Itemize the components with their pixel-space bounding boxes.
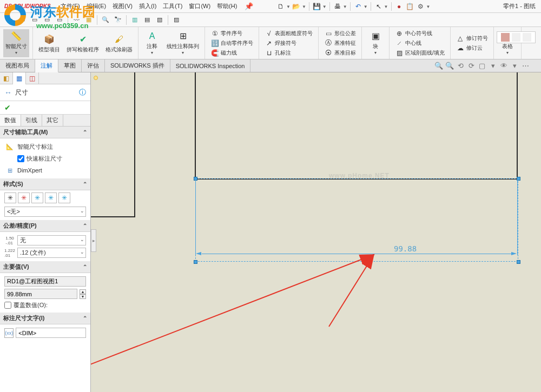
smart-dimension-button[interactable]: 📏 智能尺寸▾: [3, 29, 29, 57]
panel-tab-feature-icon[interactable]: ◧: [0, 72, 13, 84]
section-style[interactable]: 样式(S)⌃: [0, 178, 90, 190]
tolerance-type-dropdown[interactable]: 无⌄: [17, 235, 86, 245]
model-items-button[interactable]: 📦 模型项目: [36, 32, 62, 54]
select-icon[interactable]: ↖: [374, 2, 384, 11]
sheet3-icon[interactable]: ▧: [154, 15, 165, 25]
hole-callout-button[interactable]: ⊔孔标注: [262, 48, 315, 57]
chevron-up-icon[interactable]: ⌃: [83, 315, 87, 321]
menu-file[interactable]: 文件(F): [57, 1, 83, 12]
dim-text-field[interactable]: [16, 328, 86, 338]
zoom-fit-icon[interactable]: 🔍: [434, 61, 444, 70]
primary-name-field[interactable]: [4, 276, 86, 287]
rapid-dim-label[interactable]: 快速标注尺寸: [27, 155, 62, 163]
more-icon[interactable]: ⋯: [520, 61, 530, 70]
tab-solidworks-addins[interactable]: SOLIDWORKS 插件: [105, 59, 170, 72]
sheet2-icon[interactable]: ▤: [142, 15, 153, 25]
save-dropdown[interactable]: ▼: [322, 4, 327, 9]
sub-tab-value[interactable]: 数值: [0, 115, 21, 126]
section-dim-assist[interactable]: 尺寸辅助工具(M)⌃: [0, 127, 90, 138]
revision-cloud-button[interactable]: ☁修订云: [454, 43, 490, 52]
help-icon[interactable]: ⓘ: [79, 88, 86, 97]
new-icon[interactable]: 🗋: [276, 2, 286, 11]
grid-icon[interactable]: ▦: [83, 15, 94, 25]
tool3-icon[interactable]: ▭: [29, 15, 40, 25]
style-btn-4[interactable]: ✳: [45, 192, 57, 203]
style-btn-3[interactable]: ✳: [31, 192, 43, 203]
spell-check-button[interactable]: ✔ 拼写检验程序: [64, 32, 101, 54]
datum-feature-button[interactable]: Ⓐ基准特征: [322, 38, 358, 48]
linear-note-pattern-button[interactable]: ⊞ 线性注释阵列▾: [164, 29, 201, 57]
chevron-up-icon[interactable]: ⌃: [83, 181, 87, 187]
orient-btn-3[interactable]: [523, 33, 531, 42]
menu-help[interactable]: 帮助(H): [214, 1, 240, 12]
magnetic-line-button[interactable]: 🧲磁力线: [208, 48, 255, 57]
tab-annotation[interactable]: 注解: [35, 59, 58, 72]
center-mark-button[interactable]: ⊕中心符号线: [393, 29, 447, 38]
menu-view[interactable]: 视图(V): [109, 1, 136, 12]
undo-icon[interactable]: ↶: [353, 2, 363, 11]
sheet1-icon[interactable]: ▥: [129, 15, 140, 25]
sel-handle-bl[interactable]: [194, 260, 197, 264]
tab-solidworks-inspection[interactable]: SOLIDWORKS Inspection: [170, 59, 251, 72]
block-button[interactable]: ▣ 块▾: [365, 29, 386, 57]
note-button[interactable]: A 注释▾: [142, 29, 162, 57]
smart-dim-callout-label[interactable]: 智能尺寸标注: [17, 143, 53, 151]
rapid-dim-checkbox[interactable]: [17, 155, 24, 162]
style-btn-1[interactable]: ✳: [4, 192, 16, 203]
centerline-button[interactable]: ⟋中心线: [393, 38, 447, 48]
surface-finish-button[interactable]: √表面粗糙度符号: [262, 29, 315, 38]
orient-btn-1[interactable]: [501, 33, 510, 42]
precision-dropdown[interactable]: .12 (文件)⌄: [17, 248, 86, 258]
new-dropdown[interactable]: ▼: [286, 4, 291, 9]
settings-dropdown[interactable]: ▼: [426, 4, 431, 9]
geometric-tolerance-button[interactable]: ▭形位公差: [322, 29, 358, 38]
menu-tools[interactable]: 工具(T): [160, 1, 186, 12]
tab-sketch[interactable]: 草图: [58, 59, 82, 72]
orientation-panel[interactable]: [497, 31, 536, 43]
drawing-canvas[interactable]: ▸ www.pHome.NET 99.88: [91, 72, 541, 392]
menu-insert[interactable]: 插入(I): [136, 1, 160, 12]
value-spin-down[interactable]: ▼: [80, 294, 86, 299]
tab-view-layout[interactable]: 视图布局: [0, 59, 35, 72]
panel-tab-config-icon[interactable]: ◫: [26, 72, 39, 84]
pin-icon[interactable]: 📌: [245, 2, 253, 10]
tool5-icon[interactable]: ▭: [54, 15, 65, 25]
rebuild-icon[interactable]: ●: [394, 2, 404, 11]
binoculars-icon[interactable]: 🔭: [113, 15, 123, 25]
dimension-value-text[interactable]: 99.88: [394, 244, 417, 253]
display-style-icon[interactable]: ▢: [477, 61, 487, 70]
datum-target-button[interactable]: ⦿基准目标: [322, 48, 358, 57]
hide-show-icon[interactable]: 👁: [499, 61, 509, 70]
chevron-up-icon[interactable]: ⌃: [83, 129, 87, 135]
tool4-icon[interactable]: ▭: [42, 15, 52, 25]
style-dropdown[interactable]: <无>⌄: [4, 207, 86, 217]
panel-tab-property-icon[interactable]: ▦: [13, 72, 26, 84]
weld-symbol-button[interactable]: ↗焊接符号: [262, 38, 315, 48]
open-dropdown[interactable]: ▼: [302, 4, 306, 9]
chevron-up-icon[interactable]: ⌃: [83, 223, 87, 229]
open-icon[interactable]: 📂: [292, 2, 301, 11]
area-hatch-button[interactable]: ▨区域剖面线/填充: [393, 48, 447, 57]
override-value-checkbox[interactable]: [4, 302, 11, 309]
auto-balloon-button[interactable]: 🔢自动零件序号: [208, 38, 255, 48]
sel-handle-br[interactable]: [517, 260, 520, 264]
undo-dropdown[interactable]: ▼: [364, 4, 368, 9]
section-tolerance[interactable]: 公差/精度(P)⌃: [0, 220, 90, 232]
print-icon[interactable]: 🖶: [333, 2, 342, 11]
pan-icon[interactable]: ⟳: [466, 61, 476, 70]
orient-btn-2[interactable]: [512, 33, 520, 42]
menu-edit[interactable]: 编辑(E): [83, 1, 110, 12]
primary-value-field[interactable]: [4, 289, 77, 299]
value-spin-up[interactable]: ▲: [80, 289, 86, 294]
override-value-label[interactable]: 覆盖数值(O):: [14, 301, 48, 309]
tab-evaluate[interactable]: 评估: [82, 59, 105, 72]
section-dim-text[interactable]: 标注尺寸文字(I)⌃: [0, 313, 90, 324]
tool1-icon[interactable]: ▭: [4, 15, 15, 25]
style-btn-5[interactable]: ✳: [58, 192, 70, 203]
print-dropdown[interactable]: ▼: [343, 4, 347, 9]
hide-show-dropdown[interactable]: ▾: [510, 61, 519, 70]
panel-expand-handle[interactable]: ▸: [91, 229, 96, 252]
balloon-button[interactable]: ①零件序号: [208, 29, 255, 38]
select-dropdown[interactable]: ▼: [384, 4, 388, 9]
zoom-area-icon[interactable]: 🔍: [445, 61, 454, 70]
